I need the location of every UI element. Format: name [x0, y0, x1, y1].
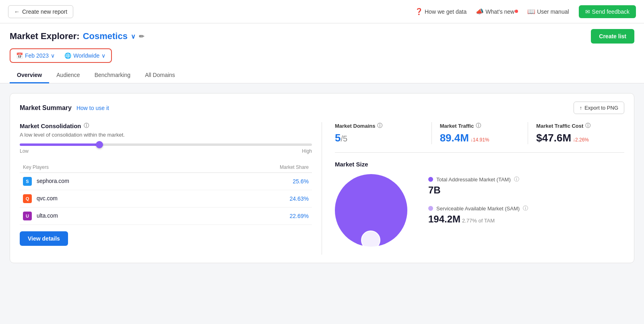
sam-bubble	[361, 231, 380, 250]
market-size-title: Market Size	[335, 161, 624, 168]
date-chevron-icon: ∨	[51, 52, 55, 59]
how-we-get-data-link[interactable]: ❓ How we get data	[415, 8, 466, 15]
send-feedback-label: Send feedback	[592, 8, 630, 15]
key-players-col-header: Key Players	[20, 162, 194, 173]
player-3-share: 22.69%	[194, 208, 312, 225]
market-domains-metric: Market Domains ⓘ 5/5	[335, 122, 431, 144]
top-bar: ← Create new report ❓ How we get data 📣 …	[0, 0, 644, 23]
slider-labels: Low High	[20, 148, 312, 154]
traffic-value: 89.4M	[440, 132, 469, 144]
consolidation-description: A low level of consolidation within the …	[20, 132, 312, 138]
sam-value: 194.2M	[428, 214, 460, 224]
tam-info-icon[interactable]: ⓘ	[514, 176, 519, 183]
ulta-favicon: U	[23, 212, 32, 220]
book-icon: 📖	[528, 8, 535, 15]
market-size-row: Total Addressable Market (TAM) ⓘ 7B Serv…	[335, 174, 624, 255]
whats-new-label: What's new	[485, 8, 514, 15]
card-title-row: Market Summary How to use it	[20, 104, 109, 112]
page-title-static: Market Explorer:	[10, 31, 80, 42]
tam-label-row: Total Addressable Market (TAM) ⓘ	[428, 176, 528, 183]
right-column: Market Domains ⓘ 5/5 Market Traffic ⓘ	[322, 122, 624, 255]
how-we-get-data-label: How we get data	[425, 8, 466, 15]
two-col-layout: Market Consolidation ⓘ A low level of co…	[20, 122, 624, 255]
slider-high-label: High	[302, 148, 312, 154]
calendar-icon: 📅	[16, 52, 23, 59]
tam-label: Total Addressable Market (TAM)	[436, 177, 511, 183]
tam-dot	[428, 177, 433, 182]
sam-label: Serviceable Available Market (SAM)	[436, 206, 520, 212]
page-title-row: Market Explorer: Cosmetics ∨ ✏ Create li…	[10, 29, 634, 44]
view-details-button[interactable]: View details	[20, 231, 68, 246]
tam-legend-item: Total Addressable Market (TAM) ⓘ 7B	[428, 176, 528, 197]
arrow-left-icon: ←	[14, 8, 20, 15]
key-players-table: Key Players Market Share S sephora.com 2…	[20, 162, 312, 225]
player-2-domain: Q qvc.com	[20, 190, 194, 208]
traffic-change: ↓14.91%	[471, 137, 489, 143]
whats-new-link[interactable]: 📣 What's new	[476, 8, 518, 15]
chevron-down-icon[interactable]: ∨	[131, 33, 136, 40]
slider-thumb[interactable]	[96, 141, 103, 148]
filters-row: 📅 Feb 2023 ∨ 🌐 Worldwide ∨	[10, 48, 634, 63]
page-header: Market Explorer: Cosmetics ∨ ✏ Create li…	[0, 23, 644, 83]
chat-icon: ✉	[585, 8, 590, 15]
create-new-report-button[interactable]: ← Create new report	[8, 5, 73, 18]
date-filter-label: Feb 2023	[25, 52, 49, 59]
traffic-cost-info-icon[interactable]: ⓘ	[585, 122, 590, 129]
traffic-cost-value: $47.6M	[536, 132, 571, 144]
sam-dot	[428, 206, 433, 211]
sephora-favicon: S	[23, 177, 32, 186]
traffic-cost-change: ↓2.26%	[573, 137, 589, 143]
date-filter-button[interactable]: 📅 Feb 2023 ∨	[13, 51, 58, 60]
sam-legend-item: Serviceable Available Market (SAM) ⓘ 194…	[428, 205, 528, 225]
megaphone-icon: 📣	[476, 8, 483, 15]
create-new-report-label: Create new report	[22, 8, 67, 15]
create-list-button[interactable]: Create list	[591, 29, 634, 44]
market-traffic-metric: Market Traffic ⓘ 89.4M ↓14.91%	[431, 122, 528, 144]
market-traffic-cost-value-row: $47.6M ↓2.26%	[536, 132, 616, 144]
export-png-button[interactable]: ↑ Export to PNG	[574, 102, 624, 114]
consolidation-title: Market Consolidation ⓘ	[20, 122, 312, 129]
sam-value-row: 194.2M 2.77% of TAM	[428, 214, 528, 225]
domains-number: 5	[335, 132, 341, 144]
filter-box: 📅 Feb 2023 ∨ 🌐 Worldwide ∨	[10, 48, 112, 63]
notification-dot	[515, 10, 518, 13]
market-domains-value: 5/5	[335, 132, 423, 144]
market-traffic-label: Market Traffic ⓘ	[440, 122, 520, 129]
consolidation-info-icon[interactable]: ⓘ	[84, 122, 89, 129]
tab-benchmarking[interactable]: Benchmarking	[87, 68, 138, 83]
location-filter-label: Worldwide	[73, 52, 99, 59]
card-title: Market Summary	[20, 104, 72, 112]
edit-icon[interactable]: ✏	[139, 33, 144, 40]
domains-info-icon[interactable]: ⓘ	[377, 122, 382, 129]
player-2-share: 24.63%	[194, 190, 312, 208]
market-traffic-cost-metric: Market Traffic Cost ⓘ $47.6M ↓2.26%	[528, 122, 624, 144]
market-traffic-cost-label: Market Traffic Cost ⓘ	[536, 122, 616, 129]
bubble-chart	[335, 174, 415, 255]
card-header: Market Summary How to use it ↑ Export to…	[20, 102, 624, 114]
table-row: S sephora.com 25.6%	[20, 173, 312, 190]
slider-fill	[20, 143, 99, 146]
tab-audience[interactable]: Audience	[49, 68, 87, 83]
top-metrics: Market Domains ⓘ 5/5 Market Traffic ⓘ	[335, 122, 624, 153]
how-to-use-link[interactable]: How to use it	[76, 105, 109, 111]
consolidation-slider[interactable]	[20, 143, 312, 146]
player-1-domain: S sephora.com	[20, 173, 194, 190]
market-traffic-value-row: 89.4M ↓14.91%	[440, 132, 520, 144]
send-feedback-button[interactable]: ✉ Send feedback	[579, 5, 636, 18]
tabs-row: Overview Audience Benchmarking All Domai…	[10, 68, 634, 83]
location-filter-button[interactable]: 🌐 Worldwide ∨	[61, 51, 109, 60]
sam-sub: 2.77% of TAM	[462, 218, 495, 224]
domains-sub: /5	[341, 134, 347, 143]
tab-overview[interactable]: Overview	[10, 68, 49, 83]
player-1-share: 25.6%	[194, 173, 312, 190]
globe-icon: 🌐	[64, 52, 71, 59]
user-manual-link[interactable]: 📖 User manual	[528, 8, 569, 15]
tab-all-domains[interactable]: All Domains	[138, 68, 182, 83]
user-manual-label: User manual	[537, 8, 569, 15]
slider-low-label: Low	[20, 148, 29, 154]
market-size-section: Market Size Total Address	[335, 161, 624, 255]
upload-icon: ↑	[580, 105, 582, 111]
top-bar-right: ❓ How we get data 📣 What's new 📖 User ma…	[415, 5, 636, 18]
sam-info-icon[interactable]: ⓘ	[523, 205, 528, 212]
traffic-info-icon[interactable]: ⓘ	[476, 122, 481, 129]
